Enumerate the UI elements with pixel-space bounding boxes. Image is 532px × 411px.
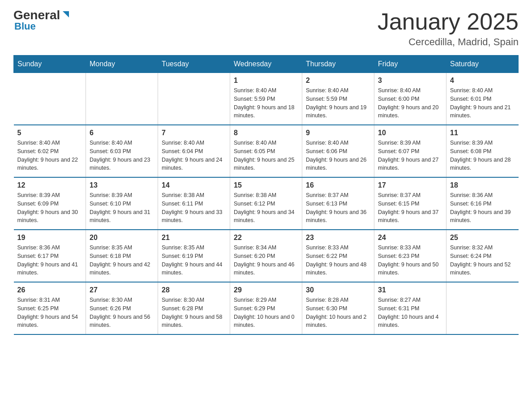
day-number: 21 [162, 234, 226, 242]
day-info: Sunrise: 8:36 AM Sunset: 6:16 PM Dayligh… [450, 191, 515, 225]
calendar-cell: 26Sunrise: 8:31 AM Sunset: 6:25 PM Dayli… [14, 282, 86, 334]
day-number: 20 [90, 234, 154, 242]
day-info: Sunrise: 8:31 AM Sunset: 6:25 PM Dayligh… [17, 296, 82, 330]
header-friday: Friday [374, 56, 446, 73]
day-info: Sunrise: 8:28 AM Sunset: 6:30 PM Dayligh… [306, 296, 370, 330]
calendar-table: SundayMondayTuesdayWednesdayThursdayFrid… [13, 55, 519, 335]
calendar-cell: 4Sunrise: 8:40 AM Sunset: 6:01 PM Daylig… [446, 73, 519, 125]
calendar-cell: 21Sunrise: 8:35 AM Sunset: 6:19 PM Dayli… [158, 230, 230, 282]
day-info: Sunrise: 8:40 AM Sunset: 6:00 PM Dayligh… [378, 86, 442, 120]
day-number: 6 [90, 129, 154, 137]
calendar-cell: 29Sunrise: 8:29 AM Sunset: 6:29 PM Dayli… [230, 282, 302, 334]
calendar-cell: 7Sunrise: 8:40 AM Sunset: 6:04 PM Daylig… [158, 125, 230, 177]
day-number: 19 [17, 234, 82, 242]
calendar-cell [86, 73, 158, 125]
day-info: Sunrise: 8:37 AM Sunset: 6:13 PM Dayligh… [306, 191, 370, 225]
calendar-cell [158, 73, 230, 125]
day-number: 24 [378, 234, 442, 242]
calendar-cell: 28Sunrise: 8:30 AM Sunset: 6:28 PM Dayli… [158, 282, 230, 334]
calendar-cell: 23Sunrise: 8:33 AM Sunset: 6:22 PM Dayli… [302, 230, 374, 282]
day-number: 5 [17, 129, 82, 137]
calendar-cell: 12Sunrise: 8:39 AM Sunset: 6:09 PM Dayli… [14, 177, 86, 230]
header-monday: Monday [86, 56, 158, 73]
day-number: 26 [17, 286, 82, 294]
header-sunday: Sunday [14, 56, 86, 73]
day-number: 10 [378, 129, 442, 137]
header-saturday: Saturday [446, 56, 519, 73]
calendar-cell: 5Sunrise: 8:40 AM Sunset: 6:02 PM Daylig… [14, 125, 86, 177]
page-header: General Blue January 2025 Cercedilla, Ma… [13, 9, 519, 48]
calendar-cell: 25Sunrise: 8:32 AM Sunset: 6:24 PM Dayli… [446, 230, 519, 282]
day-info: Sunrise: 8:35 AM Sunset: 6:19 PM Dayligh… [162, 244, 226, 277]
calendar-cell: 16Sunrise: 8:37 AM Sunset: 6:13 PM Dayli… [302, 177, 374, 230]
day-number: 12 [17, 181, 82, 189]
day-number: 23 [306, 234, 370, 242]
day-info: Sunrise: 8:39 AM Sunset: 6:07 PM Dayligh… [378, 139, 442, 172]
day-info: Sunrise: 8:33 AM Sunset: 6:23 PM Dayligh… [378, 244, 442, 277]
month-title: January 2025 [378, 9, 519, 34]
day-number: 7 [162, 129, 226, 137]
logo-general: General [13, 9, 60, 21]
calendar-cell: 9Sunrise: 8:40 AM Sunset: 6:06 PM Daylig… [302, 125, 374, 177]
calendar-cell: 19Sunrise: 8:36 AM Sunset: 6:17 PM Dayli… [14, 230, 86, 282]
day-info: Sunrise: 8:27 AM Sunset: 6:31 PM Dayligh… [378, 296, 442, 330]
calendar-cell: 15Sunrise: 8:38 AM Sunset: 6:12 PM Dayli… [230, 177, 302, 230]
calendar-cell: 31Sunrise: 8:27 AM Sunset: 6:31 PM Dayli… [374, 282, 446, 334]
day-info: Sunrise: 8:33 AM Sunset: 6:22 PM Dayligh… [306, 244, 370, 277]
logo-blue: Blue [13, 21, 36, 32]
calendar-week-row: 19Sunrise: 8:36 AM Sunset: 6:17 PM Dayli… [14, 230, 519, 282]
day-info: Sunrise: 8:39 AM Sunset: 6:10 PM Dayligh… [90, 191, 154, 225]
day-number: 27 [90, 286, 154, 294]
day-info: Sunrise: 8:40 AM Sunset: 5:59 PM Dayligh… [234, 86, 298, 120]
calendar-cell: 8Sunrise: 8:40 AM Sunset: 6:05 PM Daylig… [230, 125, 302, 177]
day-number: 3 [378, 77, 442, 85]
calendar-cell: 30Sunrise: 8:28 AM Sunset: 6:30 PM Dayli… [302, 282, 374, 334]
day-number: 15 [234, 181, 298, 189]
day-info: Sunrise: 8:30 AM Sunset: 6:28 PM Dayligh… [162, 296, 226, 330]
svg-marker-0 [63, 11, 69, 17]
day-info: Sunrise: 8:40 AM Sunset: 6:02 PM Dayligh… [17, 139, 82, 172]
day-number: 28 [162, 286, 226, 294]
day-info: Sunrise: 8:40 AM Sunset: 6:03 PM Dayligh… [90, 139, 154, 172]
title-block: January 2025 Cercedilla, Madrid, Spain [378, 9, 519, 48]
day-number: 2 [306, 77, 370, 85]
calendar-week-row: 5Sunrise: 8:40 AM Sunset: 6:02 PM Daylig… [14, 125, 519, 177]
day-info: Sunrise: 8:35 AM Sunset: 6:18 PM Dayligh… [90, 244, 154, 277]
header-wednesday: Wednesday [230, 56, 302, 73]
day-number: 29 [234, 286, 298, 294]
location-title: Cercedilla, Madrid, Spain [378, 36, 519, 48]
day-info: Sunrise: 8:39 AM Sunset: 6:09 PM Dayligh… [17, 191, 82, 225]
calendar-cell: 3Sunrise: 8:40 AM Sunset: 6:00 PM Daylig… [374, 73, 446, 125]
day-number: 9 [306, 129, 370, 137]
day-info: Sunrise: 8:40 AM Sunset: 6:05 PM Dayligh… [234, 139, 298, 172]
day-info: Sunrise: 8:37 AM Sunset: 6:15 PM Dayligh… [378, 191, 442, 225]
day-number: 22 [234, 234, 298, 242]
calendar-cell: 6Sunrise: 8:40 AM Sunset: 6:03 PM Daylig… [86, 125, 158, 177]
day-number: 25 [450, 234, 515, 242]
day-info: Sunrise: 8:30 AM Sunset: 6:26 PM Dayligh… [90, 296, 154, 330]
day-number: 30 [306, 286, 370, 294]
calendar-cell: 11Sunrise: 8:39 AM Sunset: 6:08 PM Dayli… [446, 125, 519, 177]
calendar-cell: 14Sunrise: 8:38 AM Sunset: 6:11 PM Dayli… [158, 177, 230, 230]
day-info: Sunrise: 8:40 AM Sunset: 6:01 PM Dayligh… [450, 86, 515, 120]
day-info: Sunrise: 8:40 AM Sunset: 6:06 PM Dayligh… [306, 139, 370, 172]
header-thursday: Thursday [302, 56, 374, 73]
calendar-cell: 22Sunrise: 8:34 AM Sunset: 6:20 PM Dayli… [230, 230, 302, 282]
logo: General Blue [13, 9, 71, 32]
day-number: 13 [90, 181, 154, 189]
calendar-cell: 1Sunrise: 8:40 AM Sunset: 5:59 PM Daylig… [230, 73, 302, 125]
calendar-cell: 18Sunrise: 8:36 AM Sunset: 6:16 PM Dayli… [446, 177, 519, 230]
day-info: Sunrise: 8:38 AM Sunset: 6:12 PM Dayligh… [234, 191, 298, 225]
calendar-cell: 20Sunrise: 8:35 AM Sunset: 6:18 PM Dayli… [86, 230, 158, 282]
day-info: Sunrise: 8:32 AM Sunset: 6:24 PM Dayligh… [450, 244, 515, 277]
day-info: Sunrise: 8:40 AM Sunset: 5:59 PM Dayligh… [306, 86, 370, 120]
calendar-cell: 17Sunrise: 8:37 AM Sunset: 6:15 PM Dayli… [374, 177, 446, 230]
calendar-cell: 27Sunrise: 8:30 AM Sunset: 6:26 PM Dayli… [86, 282, 158, 334]
calendar-cell: 2Sunrise: 8:40 AM Sunset: 5:59 PM Daylig… [302, 73, 374, 125]
day-number: 17 [378, 181, 442, 189]
header-tuesday: Tuesday [158, 56, 230, 73]
logo-arrow-icon [61, 9, 71, 19]
calendar-cell: 24Sunrise: 8:33 AM Sunset: 6:23 PM Dayli… [374, 230, 446, 282]
day-info: Sunrise: 8:39 AM Sunset: 6:08 PM Dayligh… [450, 139, 515, 172]
day-info: Sunrise: 8:36 AM Sunset: 6:17 PM Dayligh… [17, 244, 82, 277]
